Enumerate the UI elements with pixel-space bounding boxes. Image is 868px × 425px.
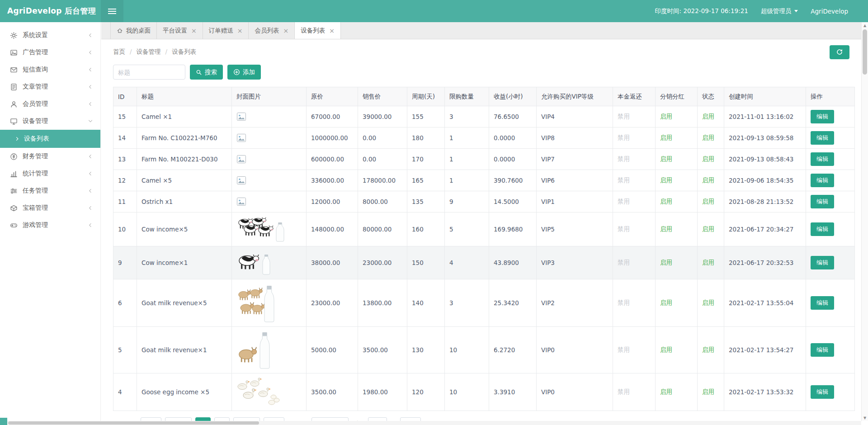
tab-order-gift[interactable]: 订单赠送 × <box>203 22 249 39</box>
cell-sale-price: 0.00 <box>358 128 407 149</box>
sidebar-item-sms-query[interactable]: 短信查询 <box>0 61 100 78</box>
sidebar-item-article-management[interactable]: 文章管理 <box>0 78 100 95</box>
principal-return-toggle[interactable]: 禁用 <box>618 113 630 120</box>
dividend-toggle[interactable]: 启用 <box>660 134 672 141</box>
page-button-1[interactable]: 1 <box>195 417 211 421</box>
principal-return-toggle[interactable]: 禁用 <box>618 176 630 184</box>
last-page-button[interactable]: 尾页 <box>264 417 284 421</box>
status-toggle[interactable]: 启用 <box>702 113 714 120</box>
principal-return-toggle[interactable]: 禁用 <box>618 225 630 232</box>
edit-button[interactable]: 编辑 <box>811 222 834 236</box>
breadcrumb-home[interactable]: 首页 <box>113 48 125 56</box>
principal-return-toggle[interactable]: 禁用 <box>618 155 630 162</box>
principal-return-toggle[interactable]: 禁用 <box>618 388 630 395</box>
dividend-toggle[interactable]: 启用 <box>660 225 672 232</box>
search-button[interactable]: 搜索 <box>190 65 223 80</box>
add-button[interactable]: 添加 <box>227 65 261 80</box>
sidebar-item-treasure-management[interactable]: 宝箱管理 <box>0 199 100 217</box>
edit-button[interactable]: 编辑 <box>811 385 834 399</box>
status-toggle[interactable]: 启用 <box>702 176 714 184</box>
dividend-toggle[interactable]: 启用 <box>660 113 672 120</box>
dividend-toggle[interactable]: 启用 <box>660 299 672 306</box>
page-button-2[interactable]: 2 <box>214 417 230 421</box>
close-icon[interactable]: × <box>237 27 243 34</box>
tab-member-list[interactable]: 会员列表 × <box>249 22 295 39</box>
sidebar-item-statistics-management[interactable]: 统计管理 <box>0 165 100 182</box>
sidebar-item-task-management[interactable]: 任务管理 <box>0 182 100 199</box>
cell-created-time: 2021-08-28 21:13:52 <box>724 191 806 212</box>
dividend-toggle[interactable]: 启用 <box>660 388 672 395</box>
vertical-scrollbar-thumb[interactable] <box>863 29 867 75</box>
edit-button[interactable]: 编辑 <box>811 296 834 310</box>
status-toggle[interactable]: 启用 <box>702 299 714 306</box>
principal-return-toggle[interactable]: 禁用 <box>618 346 630 353</box>
status-toggle[interactable]: 启用 <box>702 155 714 162</box>
dividend-toggle[interactable]: 启用 <box>660 176 672 184</box>
sidebar-item-label: 设备管理 <box>23 117 88 125</box>
edit-button[interactable]: 编辑 <box>811 174 834 187</box>
horizontal-scrollbar-thumb[interactable] <box>8 421 259 425</box>
hamburger-menu-icon[interactable] <box>101 0 123 22</box>
chevron-left-icon <box>88 188 93 194</box>
tab-label: 平台设置 <box>163 27 187 35</box>
edit-button[interactable]: 编辑 <box>811 195 834 208</box>
sidebar-item-game-management[interactable]: 游戏管理 <box>0 217 100 234</box>
status-toggle[interactable]: 启用 <box>702 259 714 266</box>
search-input[interactable] <box>113 65 185 80</box>
cell-cover <box>232 128 307 149</box>
edit-button[interactable]: 编辑 <box>811 256 834 269</box>
scroll-up-arrow-icon[interactable]: ▲ <box>862 22 868 28</box>
prev-page-button[interactable]: 上一页 <box>165 417 192 421</box>
dividend-toggle[interactable]: 启用 <box>660 198 672 205</box>
username-link[interactable]: AgriDevelop <box>811 8 848 15</box>
sidebar-item-finance-management[interactable]: 财务管理 <box>0 148 100 165</box>
first-page-button[interactable]: 首页 <box>141 417 161 421</box>
tab-device-list[interactable]: 设备列表 × <box>295 22 341 39</box>
principal-return-toggle[interactable]: 禁用 <box>618 198 630 205</box>
status-toggle[interactable]: 启用 <box>702 346 714 353</box>
dividend-toggle[interactable]: 启用 <box>660 346 672 353</box>
edit-button[interactable]: 编辑 <box>811 152 834 166</box>
tab-my-desktop[interactable]: 我的桌面 <box>110 22 157 39</box>
server-time-label: 印度时间: 2022-09-17 06:19:21 <box>655 7 748 15</box>
goto-page-input[interactable] <box>368 417 387 421</box>
sidebar-item-system-settings[interactable]: 系统设置 <box>0 27 100 44</box>
confirm-button[interactable]: 确定 <box>400 417 421 421</box>
breadcrumb-device-management[interactable]: 设备管理 <box>125 48 161 56</box>
cell-principal-return: 禁用 <box>613 246 656 279</box>
close-icon[interactable]: × <box>191 27 197 34</box>
refresh-icon <box>836 48 843 56</box>
close-icon[interactable]: × <box>283 27 288 34</box>
cell-vip-level: VIP1 <box>537 191 613 212</box>
edit-button[interactable]: 编辑 <box>811 110 834 123</box>
principal-return-toggle[interactable]: 禁用 <box>618 299 630 306</box>
sidebar-item-ad-management[interactable]: 广告管理 <box>0 44 100 61</box>
next-page-button[interactable]: 下一页 <box>233 417 260 421</box>
sidebar-item-device-list[interactable]: 设备列表 <box>0 130 100 148</box>
refresh-button[interactable] <box>830 45 849 59</box>
cell-vip-level: VIP4 <box>537 106 613 128</box>
status-toggle[interactable]: 启用 <box>702 388 714 395</box>
status-toggle[interactable]: 启用 <box>702 225 714 232</box>
scroll-down-arrow-icon[interactable]: ▼ <box>862 415 868 421</box>
principal-return-toggle[interactable]: 禁用 <box>618 134 630 141</box>
status-toggle[interactable]: 启用 <box>702 134 714 141</box>
principal-return-toggle[interactable]: 禁用 <box>618 259 630 266</box>
dividend-toggle[interactable]: 启用 <box>660 259 672 266</box>
cell-original-price: 3500.00 <box>307 373 358 411</box>
sidebar-item-device-management[interactable]: 设备管理 <box>0 113 100 130</box>
sidebar-item-member-management[interactable]: 会员管理 <box>0 95 100 113</box>
tab-platform-settings[interactable]: 平台设置 × <box>157 22 203 39</box>
cell-vip-level: VIP0 <box>537 327 613 373</box>
user-role-dropdown[interactable]: 超级管理员 <box>761 7 798 15</box>
per-page-select[interactable]: 10 条/页 <box>311 417 349 421</box>
edit-button[interactable]: 编辑 <box>811 131 834 145</box>
status-toggle[interactable]: 启用 <box>702 198 714 205</box>
cell-cover <box>232 149 307 170</box>
cell-id: 14 <box>113 128 137 149</box>
sidebar-item-label: 宝箱管理 <box>23 204 88 212</box>
dividend-toggle[interactable]: 启用 <box>660 155 672 162</box>
close-icon[interactable]: × <box>329 27 335 34</box>
cell-actions: 编辑 <box>806 279 855 327</box>
edit-button[interactable]: 编辑 <box>811 343 834 357</box>
